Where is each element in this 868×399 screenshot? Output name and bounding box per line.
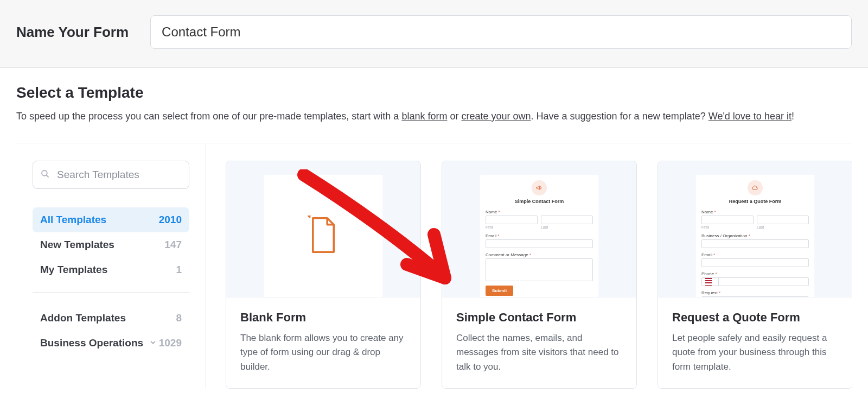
template-description: Let people safely and easily request a q…: [672, 331, 838, 374]
mini-sublabel: First: [701, 225, 754, 229]
name-form-bar: Name Your Form: [0, 0, 868, 68]
blank-file-icon: [308, 216, 339, 257]
suggest-template-link[interactable]: We'd love to hear it: [709, 111, 792, 122]
mini-label: Email: [486, 233, 496, 238]
subtext-part: !: [792, 111, 794, 122]
template-preview: Request a Quote Form Name * First Last B…: [658, 161, 852, 297]
blank-form-link[interactable]: blank form: [401, 111, 447, 122]
template-title: Simple Contact Form: [456, 311, 622, 325]
mini-form-preview: Request a Quote Form Name * First Last B…: [696, 175, 814, 297]
category-count: 2010: [159, 214, 182, 226]
mini-label: Comment or Message: [486, 252, 528, 257]
mini-submit-button: Submit: [486, 286, 513, 296]
mini-label: Request: [701, 290, 718, 295]
subtext-part: or: [447, 111, 461, 122]
category-count: 8: [176, 312, 182, 324]
mini-sublabel: Last: [541, 225, 593, 229]
subtext-part: . Have a suggestion for a new template?: [531, 111, 709, 122]
category-new-templates[interactable]: New Templates 147: [33, 232, 189, 257]
category-business-operations[interactable]: Business Operations 1029: [33, 331, 189, 356]
category-label: New Templates: [40, 239, 114, 251]
template-card-blank-form[interactable]: Blank Form The blank form allows you to …: [226, 161, 421, 389]
mini-sublabel: First: [486, 225, 538, 229]
cloud-icon: [748, 180, 763, 195]
template-preview: [226, 161, 420, 297]
mini-form-title: Request a Quote Form: [701, 199, 809, 204]
create-your-own-link[interactable]: create your own: [461, 111, 531, 122]
blank-preview-sheet: [264, 175, 382, 297]
category-count: 147: [164, 239, 182, 251]
category-label: All Templates: [40, 214, 106, 226]
mini-label: Name: [486, 210, 497, 214]
template-preview: Simple Contact Form Name * First Last Em…: [442, 161, 636, 297]
select-template-subtext: To speed up the process you can select f…: [16, 109, 852, 123]
category-label-text: Business Operations: [40, 337, 143, 349]
category-addon-templates[interactable]: Addon Templates 8: [33, 306, 189, 331]
sidebar-divider: [33, 292, 189, 293]
subtext-part: To speed up the process you can select f…: [16, 111, 401, 122]
category-my-templates[interactable]: My Templates 1: [33, 257, 189, 282]
category-label: Addon Templates: [40, 312, 126, 324]
template-card-simple-contact-form[interactable]: Simple Contact Form Name * First Last Em…: [442, 161, 637, 389]
search-templates-input[interactable]: [33, 161, 189, 189]
template-description: Collect the names, emails, and messages …: [456, 331, 622, 374]
category-list-extra: Addon Templates 8 Business Operations 10…: [33, 306, 189, 356]
category-count: 1029: [159, 337, 182, 349]
template-sidebar: All Templates 2010 New Templates 147 My …: [16, 143, 206, 389]
mini-label: Business / Organization: [701, 233, 748, 238]
name-form-label: Name Your Form: [16, 24, 129, 41]
template-title: Blank Form: [240, 311, 406, 325]
select-template-heading: Select a Template: [16, 84, 852, 102]
chevron-down-icon: [149, 339, 157, 346]
svg-line-1: [46, 175, 48, 177]
mini-form-preview: Simple Contact Form Name * First Last Em…: [480, 175, 598, 297]
mini-sublabel: Last: [757, 225, 809, 229]
svg-line-2: [308, 216, 310, 217]
category-label: Business Operations: [40, 337, 157, 349]
template-description: The blank form allows you to create any …: [240, 331, 406, 374]
form-name-input[interactable]: [150, 15, 852, 49]
category-label: My Templates: [40, 264, 107, 276]
mini-label: Name: [701, 210, 713, 214]
template-card-request-quote-form[interactable]: Request a Quote Form Name * First Last B…: [658, 161, 852, 389]
mini-form-title: Simple Contact Form: [486, 199, 593, 204]
megaphone-icon: [532, 180, 547, 195]
template-title: Request a Quote Form: [672, 311, 838, 325]
templates-grid: Blank Form The blank form allows you to …: [206, 143, 852, 389]
mini-label: Email: [701, 252, 712, 257]
category-list-main: All Templates 2010 New Templates 147 My …: [33, 207, 189, 282]
category-all-templates[interactable]: All Templates 2010: [33, 207, 189, 232]
mini-label: Phone: [701, 271, 714, 276]
category-count: 1: [176, 264, 182, 276]
search-icon: [40, 169, 50, 181]
